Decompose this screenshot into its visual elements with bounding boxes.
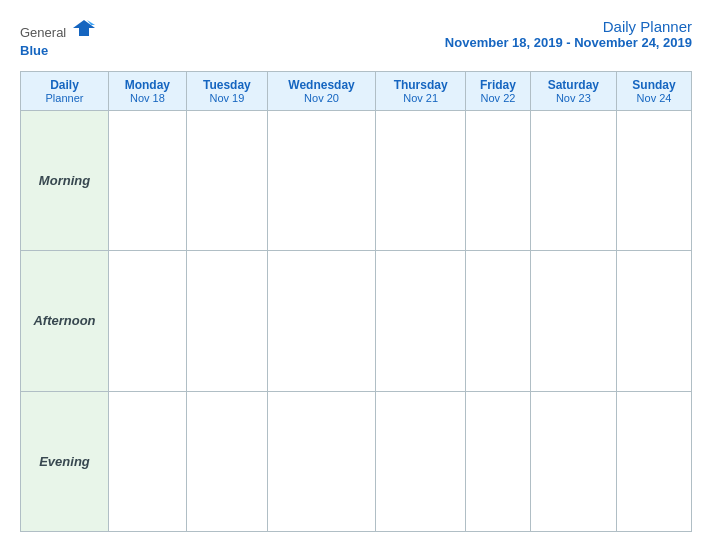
- col-header-label: Daily Planner: [21, 72, 109, 111]
- cell-afternoon-fri[interactable]: [466, 251, 530, 391]
- cell-evening-thu[interactable]: [376, 391, 466, 531]
- cell-morning-fri[interactable]: [466, 111, 530, 251]
- col-header-thu: Thursday Nov 21: [376, 72, 466, 111]
- table-row-evening: Evening: [21, 391, 692, 531]
- cell-morning-sat[interactable]: [530, 111, 616, 251]
- calendar-table: Daily Planner Monday Nov 18 Tuesday Nov …: [20, 71, 692, 532]
- title-block: Daily Planner November 18, 2019 - Novemb…: [445, 18, 692, 50]
- col-header-mon: Monday Nov 18: [109, 72, 187, 111]
- cell-afternoon-sat[interactable]: [530, 251, 616, 391]
- table-row-afternoon: Afternoon: [21, 251, 692, 391]
- col-header-sat: Saturday Nov 23: [530, 72, 616, 111]
- page-title: Daily Planner: [445, 18, 692, 35]
- cell-evening-tue[interactable]: [186, 391, 267, 531]
- cell-evening-sun[interactable]: [617, 391, 692, 531]
- header: General Blue Daily Planner November 18, …: [20, 18, 692, 59]
- col-header-sun: Sunday Nov 24: [617, 72, 692, 111]
- cell-afternoon-tue[interactable]: [186, 251, 267, 391]
- cell-afternoon-wed[interactable]: [268, 251, 376, 391]
- cell-morning-tue[interactable]: [186, 111, 267, 251]
- col-header-wed: Wednesday Nov 20: [268, 72, 376, 111]
- table-row-morning: Morning: [21, 111, 692, 251]
- svg-marker-0: [73, 20, 95, 36]
- logo: General Blue: [20, 18, 95, 59]
- cell-evening-wed[interactable]: [268, 391, 376, 531]
- cell-morning-wed[interactable]: [268, 111, 376, 251]
- row-label-morning: Morning: [21, 111, 109, 251]
- cell-evening-mon[interactable]: [109, 391, 187, 531]
- logo-general: General: [20, 18, 95, 41]
- logo-bird-icon: [73, 18, 95, 36]
- cell-afternoon-sun[interactable]: [617, 251, 692, 391]
- logo-blue: Blue: [20, 41, 95, 59]
- cell-afternoon-thu[interactable]: [376, 251, 466, 391]
- cell-morning-mon[interactable]: [109, 111, 187, 251]
- header-row: Daily Planner Monday Nov 18 Tuesday Nov …: [21, 72, 692, 111]
- col-header-tue: Tuesday Nov 19: [186, 72, 267, 111]
- cell-evening-sat[interactable]: [530, 391, 616, 531]
- col-header-fri: Friday Nov 22: [466, 72, 530, 111]
- cell-morning-thu[interactable]: [376, 111, 466, 251]
- cell-afternoon-mon[interactable]: [109, 251, 187, 391]
- cell-evening-fri[interactable]: [466, 391, 530, 531]
- date-range: November 18, 2019 - November 24, 2019: [445, 35, 692, 50]
- page: General Blue Daily Planner November 18, …: [0, 0, 712, 550]
- cell-morning-sun[interactable]: [617, 111, 692, 251]
- row-label-evening: Evening: [21, 391, 109, 531]
- row-label-afternoon: Afternoon: [21, 251, 109, 391]
